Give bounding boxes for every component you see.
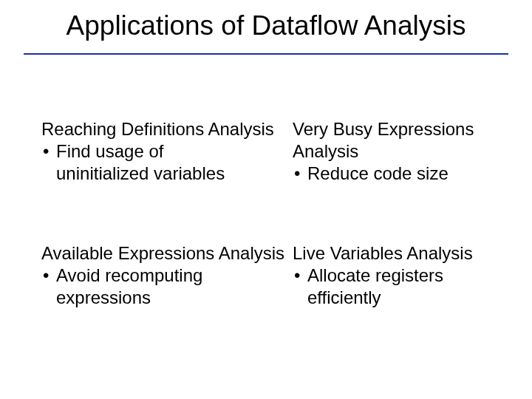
slide: Applications of Dataflow Analysis Reachi… — [0, 0, 532, 399]
bullet-text: Reduce code size — [307, 163, 499, 185]
content-grid: Reaching Definitions Analysis • Find usa… — [41, 118, 499, 309]
quadrant-top-right: Very Busy Expressions Analysis • Reduce … — [293, 118, 499, 185]
bullet-item: • Avoid recomputing — [41, 265, 293, 287]
quadrant-heading: Very Busy Expressions — [293, 118, 499, 140]
bullet-text: Allocate registers — [307, 265, 499, 287]
bullet-dot-icon: • — [41, 265, 56, 287]
bullet-dot-icon: • — [293, 265, 307, 287]
quadrant-top-left: Reaching Definitions Analysis • Find usa… — [41, 118, 293, 185]
bullet-text: Avoid recomputing — [56, 265, 293, 287]
bullet-text: Find usage of — [56, 140, 293, 163]
quadrant-heading: Available Expressions Analysis — [41, 242, 293, 265]
bullet-dot-icon: • — [293, 163, 307, 185]
bullet-dot-icon: • — [41, 140, 56, 163]
quadrant-heading: Reaching Definitions Analysis — [41, 118, 293, 140]
title-underline — [24, 53, 508, 55]
slide-title: Applications of Dataflow Analysis — [0, 10, 532, 41]
quadrant-heading: Live Variables Analysis — [293, 242, 499, 265]
quadrant-heading-cont: Analysis — [293, 140, 499, 163]
bullet-text-cont: efficiently — [293, 287, 499, 309]
bullet-item: • Allocate registers — [293, 265, 499, 287]
quadrant-bottom-left: Available Expressions Analysis • Avoid r… — [41, 242, 293, 309]
bullet-text-cont: uninitialized variables — [41, 163, 293, 185]
bullet-item: • Reduce code size — [293, 163, 499, 185]
bullet-item: • Find usage of — [41, 140, 293, 163]
quadrant-bottom-right: Live Variables Analysis • Allocate regis… — [293, 242, 499, 309]
bullet-text-cont: expressions — [41, 287, 293, 309]
